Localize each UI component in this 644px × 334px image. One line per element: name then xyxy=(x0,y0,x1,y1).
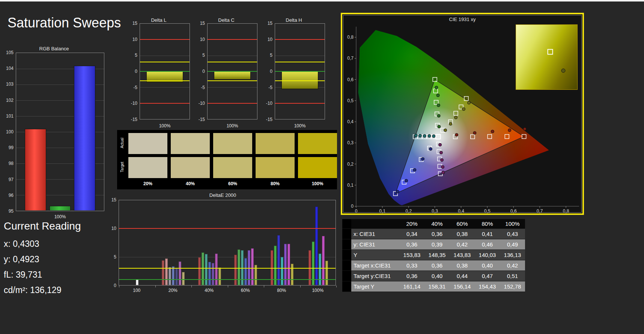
grid-line xyxy=(119,257,336,257)
measurement-results-table[interactable]: 20%40%60%80%100%x: CIE310,340,360,380,41… xyxy=(342,219,525,292)
delta-l-x-label: 100% xyxy=(140,123,190,128)
reference-line xyxy=(140,62,190,62)
deltae-bar xyxy=(234,255,237,285)
y-tick-label: 0 xyxy=(126,69,137,74)
deltae-2000-chart[interactable]: DeltaE 2000 05101510020%40%60%80%100% xyxy=(108,192,337,295)
table-header-cell: 20% xyxy=(399,219,424,228)
deltae-bar xyxy=(136,280,138,285)
cie-1931-chart[interactable]: CIE 1931 xy 00,10,20,30,40,50,60,70,800,… xyxy=(341,13,584,215)
y-axis-tick-label: 0,3 xyxy=(347,140,354,145)
table-row-stub xyxy=(342,229,351,239)
y-tick-label: 99 xyxy=(2,145,14,150)
table-header-label xyxy=(351,219,399,228)
table-cell-value: 156,14 xyxy=(450,281,475,292)
y-tick-label: 5 xyxy=(126,53,137,58)
table-row: Target Y161,14158,31156,14154,43152,78 xyxy=(342,281,525,292)
x-axis-tick-label: 0,8 xyxy=(563,209,569,214)
table-cell-value: 0,36 xyxy=(424,260,450,271)
rgb-balance-plot-area xyxy=(16,53,104,211)
delta-c-chart[interactable]: Delta C 100% -15-10-5051015 xyxy=(194,17,259,128)
y-tick-label: -15 xyxy=(194,117,205,122)
grid-line xyxy=(208,87,257,88)
actual-target-swatch-panel[interactable]: ActualTarget20%40%60%80%100% xyxy=(117,130,337,189)
x-group-label: 80% xyxy=(270,288,293,293)
table-cell-value: 0,43 xyxy=(500,229,525,239)
delta-c-plot-area xyxy=(207,23,257,119)
deltae-bar xyxy=(315,207,318,285)
current-reading-value: y: 0,4923 xyxy=(4,254,109,264)
y-tick-label: 98 xyxy=(2,161,14,166)
measured-point-red xyxy=(473,131,476,135)
measured-point-blue xyxy=(396,190,399,193)
table-cell-value: 161,14 xyxy=(399,281,424,292)
x-axis-tick-label: 0,6 xyxy=(510,209,517,214)
x-tick-mark xyxy=(191,286,192,287)
table-cell-value: 0,38 xyxy=(450,229,475,239)
y-axis-tick-label: 0,4 xyxy=(347,119,354,124)
measured-point-yellow xyxy=(454,116,457,119)
table-row: Y153,83148,35143,83140,03136,13 xyxy=(342,250,525,260)
delta-c-x-label: 100% xyxy=(207,123,257,128)
reference-line xyxy=(140,39,190,40)
y-axis-tick-label: 0,8 xyxy=(347,35,354,40)
y-tick-label: 102 xyxy=(2,98,14,103)
deltae-bar xyxy=(212,263,214,285)
deltae-bar xyxy=(215,254,218,285)
table-row-label: Target Y xyxy=(351,281,399,292)
deltae-bar xyxy=(208,262,211,285)
measured-point-green xyxy=(437,104,440,107)
reference-line xyxy=(208,71,257,72)
deltae-bar xyxy=(325,261,328,285)
table-cell-value: 0,42 xyxy=(500,260,525,271)
swatch-target-60% xyxy=(213,157,252,178)
reference-line xyxy=(140,80,190,81)
measured-point-cyan xyxy=(423,135,426,138)
rgb-bar-red xyxy=(25,129,46,211)
table-cell-value: 153,83 xyxy=(399,250,424,260)
delta-l-chart[interactable]: Delta L 100% -15-10-5051015 xyxy=(126,17,191,128)
deltae-bar xyxy=(205,254,208,285)
swatch-actual-80% xyxy=(256,133,295,154)
y-axis-tick-label: 0 xyxy=(351,204,354,209)
y-tick-label: 10 xyxy=(108,226,116,231)
rgb-balance-chart[interactable]: RGB Balance 100% 95969798991001011021031… xyxy=(2,46,106,219)
swatch-column-label: 40% xyxy=(171,181,210,186)
y-tick-label: 0 xyxy=(108,283,116,288)
measured-point-cyan xyxy=(428,135,431,138)
delta-h-chart[interactable]: Delta H 100% -15-10-5051015 xyxy=(261,17,327,128)
deltae-bar xyxy=(172,266,175,285)
table-cell-value: 0,49 xyxy=(500,239,525,249)
table-header-cell: 80% xyxy=(475,219,500,228)
y-tick-label: 103 xyxy=(2,82,14,87)
x-group-label: 60% xyxy=(234,288,257,293)
y-tick-label: 5 xyxy=(108,254,116,260)
table-header-cell: 100% xyxy=(500,219,525,228)
calibration-dashboard: Saturation Sweeps RGB Balance 100% 95969… xyxy=(0,0,644,334)
table-row: y: CIE310,360,390,420,460,49 xyxy=(342,239,525,250)
reference-line xyxy=(275,80,325,81)
reference-line xyxy=(275,62,325,62)
swatch-column-label: 20% xyxy=(128,181,167,186)
x-axis-tick-label: 0,2 xyxy=(405,209,412,214)
deltae-bar xyxy=(312,242,314,285)
table-cell-value: 154,43 xyxy=(475,281,500,292)
deltae-bar xyxy=(175,268,178,285)
x-group-label: 100 xyxy=(125,288,148,293)
y-tick-label: 0 xyxy=(261,69,272,74)
table-cell-value: 148,35 xyxy=(424,250,450,260)
measured-point-cyan xyxy=(432,135,435,138)
table-cell-value: 143,83 xyxy=(450,250,475,260)
y-axis-tick-label: 0,7 xyxy=(347,56,354,61)
deltae-bar xyxy=(165,258,168,285)
top-edge-strip xyxy=(0,0,644,2)
measured-point-magenta xyxy=(439,143,442,146)
swatch-actual-20% xyxy=(128,133,167,154)
table-row-stub xyxy=(342,271,351,281)
deltae-bar xyxy=(277,235,280,285)
current-reading-value: fL: 39,731 xyxy=(4,270,109,280)
y-tick-label: -5 xyxy=(126,85,137,90)
measured-point-yellow xyxy=(449,122,452,125)
x-axis-tick-label: 0,1 xyxy=(379,209,386,214)
table-row-label: x: CIE31 xyxy=(351,229,399,239)
table-row-label: Y xyxy=(351,250,399,260)
